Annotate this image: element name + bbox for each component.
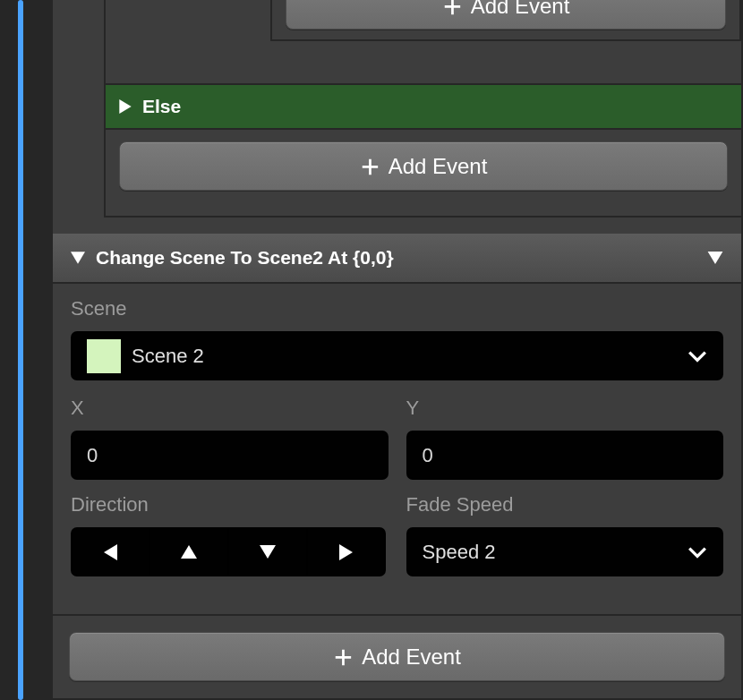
x-label: X	[71, 397, 389, 420]
scene-swatch	[87, 339, 121, 373]
fade-speed-label: Fade Speed	[406, 493, 724, 516]
y-input[interactable]: 0	[406, 431, 724, 480]
add-event-label: Add Event	[362, 645, 461, 670]
y-value: 0	[423, 444, 433, 467]
direction-right-button[interactable]	[307, 527, 386, 576]
if-true-body: Add Event	[270, 0, 741, 41]
change-scene-title: Change Scene To Scene2 At {0,0}	[96, 247, 394, 269]
plus-icon	[360, 157, 380, 176]
triangle-down-icon	[260, 545, 276, 559]
x-input[interactable]: 0	[71, 431, 389, 480]
triangle-right-icon	[339, 544, 353, 560]
direction-label: Direction	[71, 493, 389, 516]
direction-down-button[interactable]	[228, 527, 307, 576]
add-event-button[interactable]: Add Event	[119, 141, 728, 191]
fade-speed-value: Speed 2	[423, 541, 496, 564]
add-event-button[interactable]: Add Event	[69, 632, 725, 681]
direction-left-button[interactable]	[71, 527, 149, 576]
event-block: Add Event Else Add Event Change Scene To…	[51, 0, 743, 700]
scene-select[interactable]: Scene 2	[71, 331, 723, 380]
y-label: Y	[406, 397, 724, 420]
fade-speed-select[interactable]: Speed 2	[406, 527, 724, 576]
else-header[interactable]: Else	[106, 83, 741, 130]
thread-rail-blue	[18, 0, 23, 700]
plus-icon	[442, 0, 462, 16]
add-event-label: Add Event	[389, 154, 488, 179]
chevron-down-icon	[687, 546, 707, 559]
triangle-left-icon	[104, 544, 117, 560]
block-footer: Add Event	[53, 614, 741, 698]
else-label: Else	[142, 96, 181, 117]
scene-value: Scene 2	[132, 345, 204, 368]
add-event-button[interactable]: Add Event	[286, 0, 726, 30]
chevron-down-icon	[687, 350, 707, 363]
x-value: 0	[87, 444, 98, 467]
change-scene-header[interactable]: Change Scene To Scene2 At {0,0}	[53, 234, 741, 284]
expand-down-icon	[71, 252, 85, 264]
direction-up-button[interactable]	[149, 527, 228, 576]
menu-caret-icon[interactable]	[707, 252, 723, 264]
triangle-up-icon	[181, 545, 197, 559]
scene-label: Scene	[71, 297, 723, 320]
plus-icon	[333, 647, 353, 667]
if-else-block: Add Event Else Add Event	[104, 0, 741, 218]
add-event-label: Add Event	[471, 0, 570, 19]
else-body: Add Event	[106, 130, 741, 216]
change-scene-body: Scene Scene 2 X 0 Y 0 Direction	[53, 284, 741, 602]
expand-right-icon	[119, 99, 132, 114]
direction-group	[71, 527, 389, 576]
